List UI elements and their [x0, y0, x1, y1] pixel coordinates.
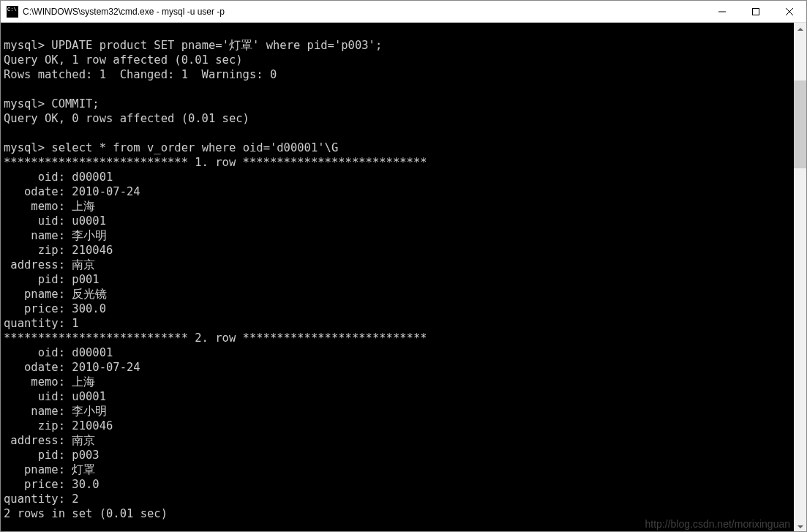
field-label: address: — [4, 434, 65, 447]
field-value: 南京 — [72, 258, 95, 271]
result-row: name: 李小明 — [4, 405, 107, 418]
result-row: pid: p003 — [4, 449, 100, 462]
result-row: memo: 上海 — [4, 375, 95, 389]
result-row: oid: d00001 — [4, 171, 113, 184]
terminal-line: mysql> select * from v_order where oid='… — [4, 141, 338, 154]
field-value: u0001 — [72, 390, 106, 403]
result-row: memo: 上海 — [4, 200, 95, 213]
field-label: oid: — [4, 171, 65, 184]
field-value: 210046 — [72, 244, 113, 257]
result-row: pid: p001 — [4, 273, 100, 286]
field-label: name: — [4, 405, 65, 418]
terminal-output[interactable]: mysql> UPDATE product SET pname='灯罩' whe… — [1, 23, 794, 532]
svg-marker-4 — [797, 28, 803, 31]
field-value: 2010-07-24 — [72, 185, 140, 198]
field-label: price: — [4, 478, 65, 491]
row-separator: *************************** 1. row *****… — [4, 156, 427, 169]
field-label: memo: — [4, 375, 65, 389]
result-row: price: 300.0 — [4, 302, 106, 315]
prompt: mysql> — [4, 97, 45, 110]
field-label: address: — [4, 258, 65, 271]
result-row: uid: u0001 — [4, 390, 106, 403]
terminal-line: Query OK, 0 rows affected (0.01 sec) — [4, 112, 249, 125]
field-label: price: — [4, 302, 65, 315]
prompt: mysql> — [4, 39, 45, 52]
result-row: quantity: 1 — [4, 317, 79, 330]
field-label: odate: — [4, 361, 65, 374]
field-label: uid: — [4, 390, 65, 403]
scroll-down-arrow[interactable] — [794, 520, 806, 532]
scroll-up-arrow[interactable] — [794, 23, 806, 35]
scrollbar[interactable] — [794, 23, 806, 532]
window-titlebar: C:\WINDOWS\system32\cmd.exe - mysql -u u… — [1, 1, 806, 23]
field-value: 南京 — [72, 434, 95, 447]
row-separator: *************************** 2. row *****… — [4, 331, 427, 345]
result-row: odate: 2010-07-24 — [4, 361, 140, 374]
field-value: 2 — [72, 492, 78, 506]
result-row: address: 南京 — [4, 434, 95, 447]
field-value: 1 — [72, 317, 78, 330]
terminal-line: 2 rows in set (0.01 sec) — [4, 507, 168, 520]
field-value: 300.0 — [72, 302, 106, 315]
sql-command: select * from v_order where oid='d00001'… — [51, 141, 338, 154]
close-button[interactable] — [773, 1, 806, 22]
field-label: odate: — [4, 185, 65, 198]
field-value: d00001 — [72, 171, 113, 184]
field-value: 李小明 — [72, 405, 107, 418]
terminal-container: mysql> UPDATE product SET pname='灯罩' whe… — [1, 23, 806, 532]
terminal-line: Rows matched: 1 Changed: 1 Warnings: 0 — [4, 68, 277, 81]
svg-rect-1 — [753, 8, 759, 15]
prompt: mysql> — [4, 141, 45, 154]
result-row: odate: 2010-07-24 — [4, 185, 140, 198]
minimize-button[interactable] — [705, 1, 739, 22]
cmd-icon — [7, 6, 18, 18]
field-value: p003 — [72, 449, 99, 462]
field-value: 李小明 — [72, 229, 107, 242]
result-row: address: 南京 — [4, 258, 95, 271]
field-label: uid: — [4, 214, 65, 228]
field-label: zip: — [4, 244, 65, 257]
field-label: oid: — [4, 346, 65, 359]
result-row: uid: u0001 — [4, 214, 106, 228]
field-label: zip: — [4, 419, 65, 432]
field-label: quantity: — [4, 492, 65, 506]
field-label: pname: — [4, 288, 65, 301]
result-row: zip: 210046 — [4, 419, 113, 432]
field-value: 上海 — [72, 200, 95, 213]
result-row: zip: 210046 — [4, 244, 113, 257]
field-value: d00001 — [72, 346, 113, 359]
field-value: 灯罩 — [72, 463, 95, 476]
field-label: name: — [4, 229, 65, 242]
sql-command: COMMIT; — [51, 97, 99, 110]
scroll-track[interactable] — [794, 35, 806, 520]
field-label: pname: — [4, 463, 65, 476]
field-value: 2010-07-24 — [72, 361, 140, 374]
field-value: p001 — [72, 273, 99, 286]
window-controls — [705, 1, 806, 22]
scroll-thumb[interactable] — [794, 80, 806, 168]
field-label: memo: — [4, 200, 65, 213]
field-label: pid: — [4, 449, 65, 462]
terminal-line: Query OK, 1 row affected (0.01 sec) — [4, 53, 243, 67]
watermark: http://blog.csdn.net/morixinguan — [645, 518, 790, 530]
result-row: quantity: 2 — [4, 492, 79, 506]
field-value: 反光镜 — [72, 288, 107, 301]
result-row: pname: 灯罩 — [4, 463, 95, 476]
field-value: 上海 — [72, 375, 95, 389]
maximize-button[interactable] — [739, 1, 773, 22]
window-title: C:\WINDOWS\system32\cmd.exe - mysql -u u… — [23, 7, 705, 17]
result-row: price: 30.0 — [4, 478, 100, 491]
terminal-line: mysql> COMMIT; — [4, 97, 100, 110]
result-row: pname: 反光镜 — [4, 288, 107, 301]
terminal-line: mysql> UPDATE product SET pname='灯罩' whe… — [4, 39, 382, 52]
result-row: name: 李小明 — [4, 229, 107, 242]
field-label: quantity: — [4, 317, 65, 330]
svg-marker-5 — [797, 525, 803, 528]
field-value: u0001 — [72, 214, 106, 228]
field-value: 210046 — [72, 419, 113, 432]
result-row: oid: d00001 — [4, 346, 113, 359]
field-label: pid: — [4, 273, 65, 286]
field-value: 30.0 — [72, 478, 99, 491]
sql-command: UPDATE product SET pname='灯罩' where pid=… — [51, 39, 382, 52]
